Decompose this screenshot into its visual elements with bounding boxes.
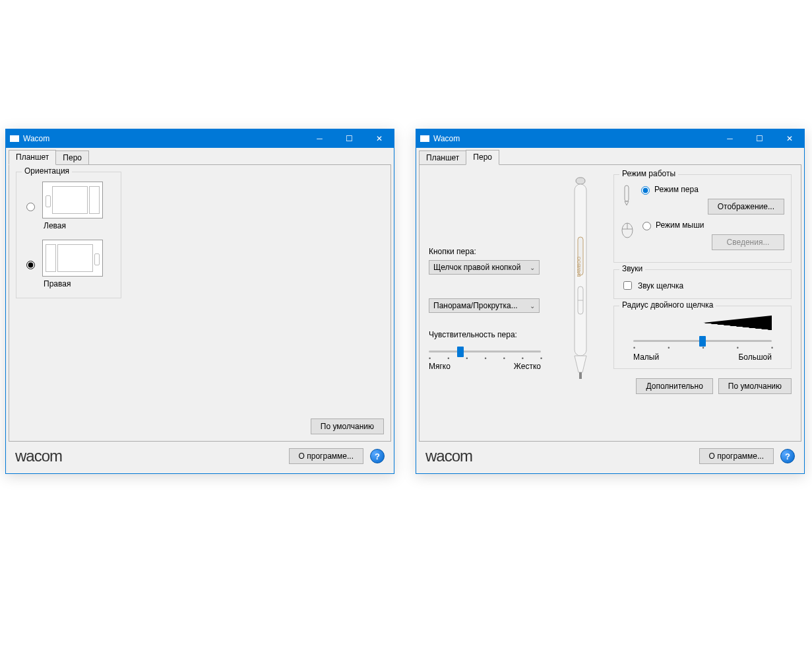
footer: wacom О программе... ? bbox=[9, 442, 391, 471]
svg-rect-7 bbox=[579, 372, 582, 379]
pen-button-lower-dropdown[interactable]: Панорама/Прокрутка... ⌄ bbox=[429, 298, 540, 313]
orientation-label-right: Правая bbox=[44, 279, 71, 288]
app-icon bbox=[420, 135, 429, 142]
pen-buttons-column: Кнопки пера: Щелчок правой кнопкой ⌄ Пан… bbox=[429, 174, 547, 394]
dblclick-group: Радиус двойного щелчка ••••• Малый Больш… bbox=[613, 306, 792, 369]
orientation-title: Ориентация bbox=[22, 166, 72, 176]
sensitivity-hard-label: Жестко bbox=[514, 362, 541, 371]
sensitivity-label: Чувствительность пера: bbox=[429, 330, 547, 339]
details-button: Сведения... bbox=[712, 234, 784, 250]
svg-text:BAMBOO: BAMBOO bbox=[577, 256, 581, 277]
dblclick-large-label: Большой bbox=[738, 352, 772, 362]
sounds-group: Звуки Звук щелчка bbox=[613, 269, 792, 299]
maximize-button[interactable]: ☐ bbox=[334, 129, 364, 148]
tab-bar: Планшет Перо bbox=[419, 149, 801, 164]
mouse-mode-label: Режим мыши bbox=[656, 220, 704, 230]
dblclick-slider[interactable]: ••••• bbox=[633, 333, 772, 350]
close-button[interactable]: ✕ bbox=[364, 129, 394, 148]
orientation-group: Ориентация Левая Правая bbox=[16, 172, 121, 298]
wacom-window-tablet: Wacom ─ ☐ ✕ Планшет Перо Ориентация Лева… bbox=[5, 129, 394, 474]
pen-button-upper-dropdown[interactable]: Щелчок правой кнопкой ⌄ bbox=[429, 260, 540, 275]
wacom-logo: wacom bbox=[15, 447, 62, 465]
svg-rect-0 bbox=[576, 178, 585, 184]
default-button[interactable]: По умолчанию bbox=[718, 378, 792, 394]
pen-button-upper-value: Щелчок правой кнопкой bbox=[433, 263, 520, 272]
right-settings-column: Режим работы Режим пера bbox=[613, 174, 792, 394]
titlebar[interactable]: Wacom ─ ☐ ✕ bbox=[416, 129, 804, 148]
click-sound-label: Звук щелчка bbox=[638, 281, 683, 290]
chevron-down-icon: ⌄ bbox=[530, 302, 535, 310]
dblclick-small-label: Малый bbox=[633, 352, 659, 362]
svg-rect-8 bbox=[625, 185, 629, 201]
tab-tablet[interactable]: Планшет bbox=[419, 151, 466, 166]
mouse-mode-icon bbox=[621, 220, 634, 238]
chevron-down-icon: ⌄ bbox=[530, 264, 535, 271]
tab-tablet[interactable]: Планшет bbox=[9, 150, 56, 165]
dblclick-title: Радиус двойного щелчка bbox=[619, 300, 716, 310]
app-icon bbox=[10, 135, 19, 142]
tab-pen[interactable]: Перо bbox=[466, 150, 499, 165]
pen-mode-radio[interactable] bbox=[641, 186, 650, 195]
sounds-title: Звуки bbox=[619, 264, 645, 273]
about-button[interactable]: О программе... bbox=[699, 448, 774, 464]
pen-button-lower-value: Панорама/Прокрутка... bbox=[433, 301, 518, 310]
mouse-mode-radio[interactable] bbox=[642, 222, 651, 230]
pen-mode-icon bbox=[621, 184, 633, 207]
help-button[interactable]: ? bbox=[370, 449, 385, 463]
dblclick-wedge-icon bbox=[633, 316, 772, 330]
svg-marker-6 bbox=[575, 356, 586, 372]
orientation-radio-right[interactable] bbox=[26, 261, 35, 269]
pen-graphic-column: BAMBOO bbox=[554, 174, 607, 394]
titlebar[interactable]: Wacom ─ ☐ ✕ bbox=[6, 129, 394, 148]
tab-bar: Планшет Перо bbox=[9, 149, 391, 164]
orientation-radio-left[interactable] bbox=[26, 203, 35, 211]
about-button[interactable]: О программе... bbox=[289, 448, 363, 464]
mapping-button[interactable]: Отображение... bbox=[708, 199, 784, 215]
orientation-label-left: Левая bbox=[44, 221, 66, 230]
footer: wacom О программе... ? bbox=[419, 442, 801, 471]
minimize-button[interactable]: ─ bbox=[715, 129, 745, 148]
tablet-glyph-right bbox=[42, 240, 103, 277]
wacom-logo: wacom bbox=[425, 447, 472, 465]
pen-icon: BAMBOO bbox=[567, 174, 594, 385]
wacom-window-pen: Wacom ─ ☐ ✕ Планшет Перо Кнопки пера: Ще… bbox=[416, 129, 805, 474]
tab-panel-tablet: Ориентация Левая Правая bbox=[9, 164, 391, 442]
sensitivity-slider[interactable]: ••••••• bbox=[429, 343, 541, 360]
tab-panel-pen: Кнопки пера: Щелчок правой кнопкой ⌄ Пан… bbox=[419, 164, 801, 442]
maximize-button[interactable]: ☐ bbox=[745, 129, 774, 148]
orientation-option-left[interactable]: Левая bbox=[23, 182, 114, 230]
orientation-option-right[interactable]: Правая bbox=[23, 240, 114, 288]
close-button[interactable]: ✕ bbox=[774, 129, 804, 148]
pen-mode-option[interactable]: Режим пера bbox=[638, 184, 699, 195]
mode-title: Режим работы bbox=[619, 169, 678, 178]
mouse-mode-option[interactable]: Режим мыши bbox=[639, 220, 704, 230]
advanced-button[interactable]: Дополнительно bbox=[636, 378, 712, 394]
default-button[interactable]: По умолчанию bbox=[311, 419, 384, 434]
help-button[interactable]: ? bbox=[780, 449, 795, 463]
tab-pen[interactable]: Перо bbox=[55, 151, 89, 166]
pen-mode-label: Режим пера bbox=[654, 185, 699, 194]
mode-group: Режим работы Режим пера bbox=[613, 174, 792, 263]
click-sound-checkbox[interactable] bbox=[623, 281, 632, 290]
click-sound-option[interactable]: Звук щелчка bbox=[621, 279, 784, 292]
pen-buttons-label: Кнопки пера: bbox=[429, 247, 547, 256]
tablet-glyph-left bbox=[42, 182, 103, 218]
window-title: Wacom bbox=[23, 134, 49, 143]
window-title: Wacom bbox=[433, 134, 460, 143]
svg-marker-9 bbox=[625, 201, 629, 205]
minimize-button[interactable]: ─ bbox=[305, 129, 334, 148]
sensitivity-soft-label: Мягко bbox=[429, 362, 451, 371]
